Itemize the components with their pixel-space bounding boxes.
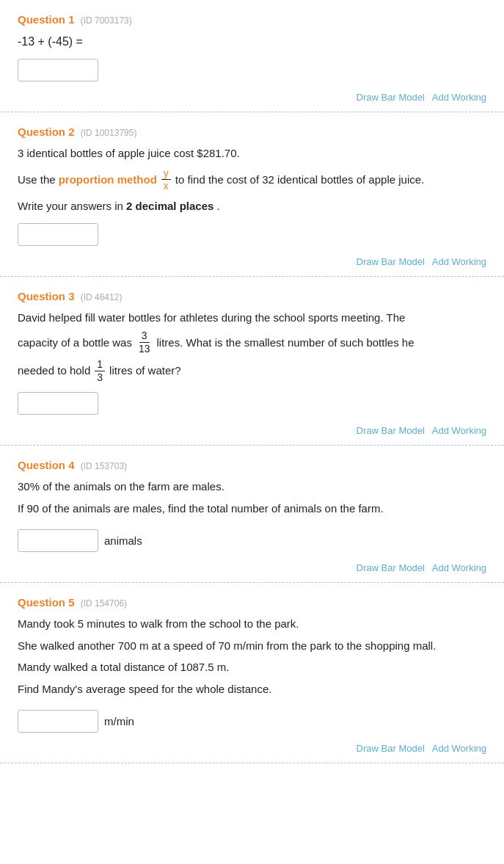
q3-fraction2: 1 3 (95, 358, 105, 384)
question-3-block: Question 3 (ID 46412) David helped fill … (0, 277, 504, 446)
q4-line2: If 90 of the animals are males, find the… (18, 499, 486, 518)
question-2-header: Question 2 (ID 10013795) (18, 126, 486, 138)
question-3-body: David helped fill water bottles for athl… (18, 308, 486, 415)
q5-answer-input[interactable] (18, 710, 98, 733)
q2-line3-post: . (217, 200, 220, 212)
question-5-label: Question 5 (18, 596, 75, 609)
q5-line3: Mandy walked a total distance of 1087.5 … (18, 658, 486, 677)
q2-line3-pre: Write your answers in (18, 200, 126, 212)
q5-answer-label: m/min (104, 712, 134, 731)
question-4-label: Question 4 (18, 459, 75, 471)
q5-draw-bar-model-button[interactable]: Draw Bar Model (357, 743, 425, 754)
question-2-body: 3 identical bottles of apple juice cost … (18, 144, 486, 246)
question-1-actions: Draw Bar Model Add Working (18, 89, 486, 103)
q2-line1: 3 identical bottles of apple juice cost … (18, 144, 486, 163)
q5-line1: Mandy took 5 minutes to walk from the sc… (18, 614, 486, 634)
q3-line3-pre: needed to hold (18, 361, 90, 380)
q2-draw-bar-model-button[interactable]: Draw Bar Model (357, 256, 425, 267)
q3-fraction1-numerator: 3 (139, 330, 150, 343)
question-2-label: Question 2 (18, 126, 75, 138)
question-5-body: Mandy took 5 minutes to walk from the sc… (18, 614, 486, 733)
question-2-actions: Draw Bar Model Add Working (18, 253, 486, 267)
q3-line2-post: litres. What is the smallest number of s… (157, 333, 414, 352)
q4-draw-bar-model-button[interactable]: Draw Bar Model (357, 562, 425, 573)
q3-fraction1: 3 13 (136, 330, 153, 355)
question-1-body: -13 + (-45) = (18, 32, 486, 81)
q4-line1: 30% of the animals on the farm are males… (18, 477, 486, 496)
q2-proportion-method: proportion method (59, 170, 157, 189)
question-4-block: Question 4 (ID 153703) 30% of the animal… (0, 446, 504, 583)
question-4-header: Question 4 (ID 153703) (18, 459, 486, 471)
q2-line3-bold: 2 decimal places (126, 200, 213, 212)
q3-draw-bar-model-button[interactable]: Draw Bar Model (357, 425, 425, 436)
question-5-id: (ID 154706) (81, 598, 127, 609)
q5-add-working-button[interactable]: Add Working (432, 743, 486, 754)
question-1-id: (ID 7003173) (81, 15, 132, 26)
question-2-id: (ID 10013795) (81, 128, 137, 138)
question-3-header: Question 3 (ID 46412) (18, 290, 486, 302)
q3-line3-post: litres of water? (109, 361, 181, 380)
question-4-id: (ID 153703) (81, 461, 127, 471)
q1-add-working-button[interactable]: Add Working (432, 92, 486, 103)
question-2-block: Question 2 (ID 10013795) 3 identical bot… (0, 112, 504, 277)
q1-equation: -13 + (-45) = (18, 32, 486, 51)
q5-line2: She walked another 700 m at a speed of 7… (18, 636, 486, 656)
q5-answer-row: m/min (18, 710, 486, 733)
question-4-body: 30% of the animals on the farm are males… (18, 477, 486, 552)
q2-fraction-numerator: y (161, 167, 171, 181)
question-5-block: Question 5 (ID 154706) Mandy took 5 minu… (0, 583, 504, 763)
question-3-actions: Draw Bar Model Add Working (18, 422, 486, 436)
q2-add-working-button[interactable]: Add Working (432, 256, 486, 267)
question-1-block: Question 1 (ID 7003173) -13 + (-45) = Dr… (0, 0, 504, 112)
q4-add-working-button[interactable]: Add Working (432, 562, 486, 573)
q2-line2-mid: to find the cost of 32 identical bottles… (175, 170, 424, 189)
q2-fraction-denominator: x (161, 180, 171, 192)
q3-line2: capacity of a bottle was 3 13 litres. Wh… (18, 330, 486, 355)
q2-fraction: y x (161, 167, 171, 193)
question-3-id: (ID 46412) (81, 292, 123, 302)
question-1-header: Question 1 (ID 7003173) (18, 13, 486, 26)
q3-add-working-button[interactable]: Add Working (432, 425, 486, 436)
q2-line2-pre: Use the (18, 170, 56, 189)
q3-line3: needed to hold 1 3 litres of water? (18, 358, 486, 384)
q3-fraction1-denominator: 13 (136, 343, 153, 355)
q4-answer-row: animals (18, 529, 486, 552)
q3-line1: David helped fill water bottles for athl… (18, 308, 486, 327)
question-4-actions: Draw Bar Model Add Working (18, 559, 486, 573)
q4-answer-input[interactable] (18, 529, 98, 552)
q1-answer-input[interactable] (18, 59, 98, 81)
q3-fraction2-numerator: 1 (95, 358, 105, 371)
q3-line2-pre: capacity of a bottle was (18, 333, 132, 352)
q3-fraction2-denominator: 3 (95, 371, 105, 384)
q3-answer-input[interactable] (18, 392, 98, 415)
q2-line2: Use the proportion method y x to find th… (18, 167, 486, 193)
q2-line3: Write your answers in 2 decimal places . (18, 197, 486, 216)
question-5-actions: Draw Bar Model Add Working (18, 740, 486, 754)
q4-answer-label: animals (104, 531, 142, 551)
question-1-label: Question 1 (18, 13, 75, 26)
q1-draw-bar-model-button[interactable]: Draw Bar Model (357, 92, 425, 103)
question-5-header: Question 5 (ID 154706) (18, 596, 486, 609)
question-3-label: Question 3 (18, 290, 75, 302)
q2-answer-input[interactable] (18, 223, 98, 246)
q5-line4: Find Mandy's average speed for the whole… (18, 680, 486, 699)
